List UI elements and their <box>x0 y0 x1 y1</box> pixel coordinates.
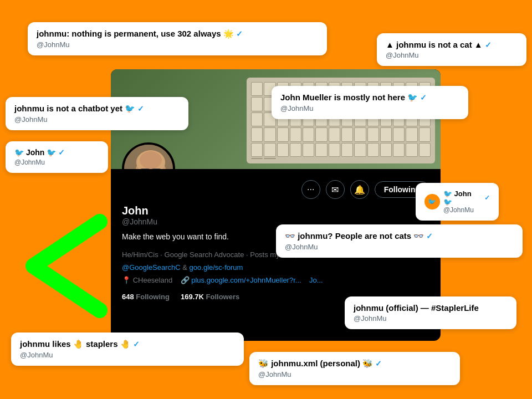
tweet-handle: @JohnMu <box>37 40 318 49</box>
tweet-title: 👓 johnmu? People are not cats 👓 ✓ <box>285 231 514 241</box>
tweet-handle: @JohnMu <box>285 243 514 251</box>
profile-actions: ··· ✉ 🔔 Following <box>122 180 429 199</box>
profile-name: John <box>122 204 429 217</box>
location-icon: 📍 <box>122 276 131 284</box>
tweet-card-staplerlife[interactable]: johnmu (official) — #StaplerLife @JohnMu <box>345 296 516 329</box>
svg-point-3 <box>140 151 162 169</box>
profile-website[interactable]: plus.google.com/+JohnMueller?r... <box>191 276 301 284</box>
tweet-card-xml[interactable]: 🐝 johnmu.xml (personal) 🐝 ✓ @JohnMu <box>249 352 460 385</box>
tweet-handle: @JohnMu <box>258 370 451 378</box>
tweet-handle: @JohnMu <box>14 158 99 166</box>
tweet-handle: @JohnMu <box>386 51 518 59</box>
verified-icon: ✓ <box>375 359 382 368</box>
followers-stat[interactable]: 169.7K Followers <box>181 293 239 301</box>
verified-icon: ✓ <box>236 29 243 38</box>
tweet-card-not-chatbot[interactable]: johnmu is not a chatbot yet 🐦 ✓ @JohnMu <box>6 97 188 130</box>
john-small-name: 🐦 John 🐦 ✓ <box>443 190 490 206</box>
following-stat[interactable]: 648 Following <box>122 293 170 301</box>
verified-icon: ✓ <box>58 148 65 157</box>
tweet-card-john-right[interactable]: 🐦 🐦 John 🐦 ✓ @JohnMu <box>416 183 499 221</box>
tweet-card-302[interactable]: johnmu: nothing is permanent, use 302 al… <box>28 22 327 55</box>
tweet-title: ▲ johnmu is not a cat ▲ ✓ <box>386 40 518 49</box>
verified-icon: ✓ <box>133 340 140 349</box>
tweet-title: John Mueller is mostly not here 🐦 ✓ <box>280 93 459 103</box>
verified-icon: ✓ <box>420 93 427 102</box>
sc-forum-link[interactable]: goo.gle/sc-forum <box>190 263 243 272</box>
more-options-button[interactable]: ··· <box>301 180 320 199</box>
tweet-title: 🐦 John 🐦 ✓ <box>14 148 99 157</box>
tweet-title: 🐝 johnmu.xml (personal) 🐝 ✓ <box>258 359 451 369</box>
tweet-card-not-cat[interactable]: ▲ johnmu is not a cat ▲ ✓ @JohnMu <box>377 33 526 66</box>
message-button[interactable]: ✉ <box>326 180 345 199</box>
tweet-handle: @JohnMu <box>20 351 235 359</box>
verified-icon: ✓ <box>484 194 490 202</box>
tweet-handle: @JohnMu <box>14 115 180 124</box>
profile-location: CHeeseland <box>133 276 173 284</box>
tweet-title: johnmu (official) — #StaplerLife <box>354 303 508 313</box>
tweet-handle: @JohnMu <box>354 314 508 323</box>
verified-icon: ✓ <box>485 40 492 49</box>
tweet-card-mostly-not-here[interactable]: John Mueller is mostly not here 🐦 ✓ @Joh… <box>272 86 468 119</box>
tweet-title: johnmu is not a chatbot yet 🐦 ✓ <box>14 104 180 114</box>
tweet-title: johnmu: nothing is permanent, use 302 al… <box>37 29 318 39</box>
verified-icon: ✓ <box>137 104 144 113</box>
tweet-handle: @JohnMu <box>280 104 459 112</box>
google-search-link[interactable]: @GoogleSearchC <box>122 263 181 272</box>
link-icon: 🔗 <box>181 276 190 284</box>
tweet-card-people-not-cats[interactable]: 👓 johnmu? People are not cats 👓 ✓ @JohnM… <box>276 224 523 258</box>
mini-avatar: 🐦 <box>424 194 440 209</box>
tweet-title: johnmu likes 🤚 staplers 🤚 ✓ <box>20 339 235 349</box>
profile-website-2[interactable]: Jo... <box>309 276 323 284</box>
verified-icon: ✓ <box>426 232 433 241</box>
tweet-card-staplers[interactable]: johnmu likes 🤚 staplers 🤚 ✓ @JohnMu <box>11 332 244 366</box>
notification-button[interactable]: 🔔 <box>350 180 369 199</box>
green-arrow <box>11 211 122 321</box>
tweet-card-john-small[interactable]: 🐦 John 🐦 ✓ @JohnMu <box>6 141 108 173</box>
john-small-handle: @JohnMu <box>443 206 490 214</box>
